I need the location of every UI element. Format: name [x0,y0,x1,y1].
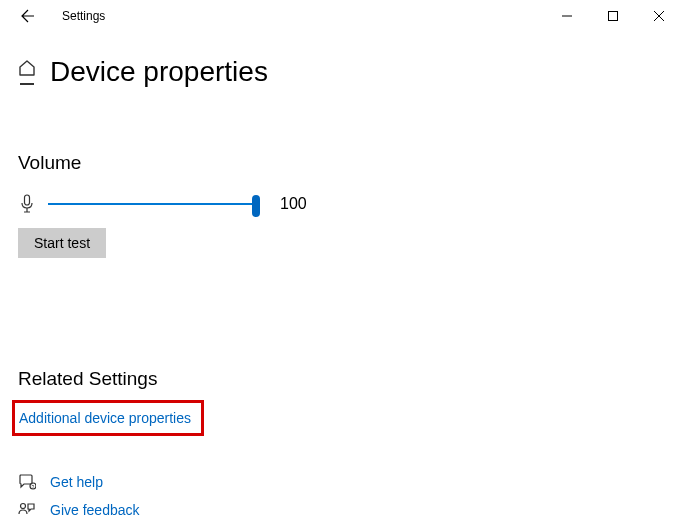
additional-device-properties-link[interactable]: Additional device properties [19,410,191,426]
window-title: Settings [62,9,105,23]
back-button[interactable] [16,4,40,28]
volume-section: Volume 100 Start test [18,152,672,258]
svg-point-4 [21,504,26,509]
microphone-icon [18,194,36,214]
back-arrow-icon [20,8,36,24]
feedback-icon [18,502,36,518]
minimize-button[interactable] [544,0,590,32]
maximize-icon [608,11,618,21]
volume-label: Volume [18,152,672,174]
close-button[interactable] [636,0,682,32]
give-feedback-link[interactable]: Give feedback [50,502,140,518]
svg-rect-0 [609,12,618,21]
svg-text:?: ? [32,484,35,490]
home-underline [20,83,34,85]
maximize-button[interactable] [590,0,636,32]
page-title: Device properties [50,56,268,88]
content-area: Device properties Volume 100 Start test … [0,32,690,518]
get-help-row: ? Get help [18,474,672,490]
related-settings-title: Related Settings [18,368,672,390]
highlighted-link-box: Additional device properties [12,400,204,436]
page-header: Device properties [18,56,672,88]
close-icon [654,11,664,21]
give-feedback-row: Give feedback [18,502,672,518]
svg-rect-1 [25,195,30,205]
volume-slider-thumb[interactable] [252,195,260,217]
help-icon: ? [18,474,36,490]
titlebar: Settings [0,0,690,32]
home-button[interactable] [18,59,36,85]
related-settings-section: Related Settings Additional device prope… [18,368,672,436]
window-controls [544,0,682,32]
start-test-button[interactable]: Start test [18,228,106,258]
volume-slider[interactable] [48,203,256,205]
volume-slider-row: 100 [18,194,672,214]
get-help-link[interactable]: Get help [50,474,103,490]
footer-links: ? Get help Give feedback [18,474,672,518]
volume-value: 100 [280,195,307,213]
minimize-icon [562,11,572,21]
home-icon [18,59,36,77]
